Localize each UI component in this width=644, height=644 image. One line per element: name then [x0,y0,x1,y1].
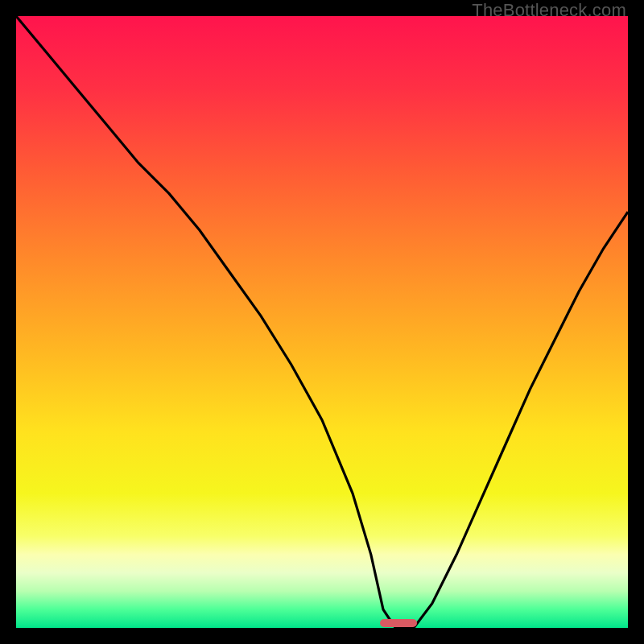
optimal-marker [380,619,417,628]
bottleneck-curve [16,16,628,628]
watermark-text: TheBottleneck.com [472,0,626,21]
chart-frame: TheBottleneck.com [0,0,644,644]
plot-area [16,16,628,628]
line-plot [16,16,628,628]
